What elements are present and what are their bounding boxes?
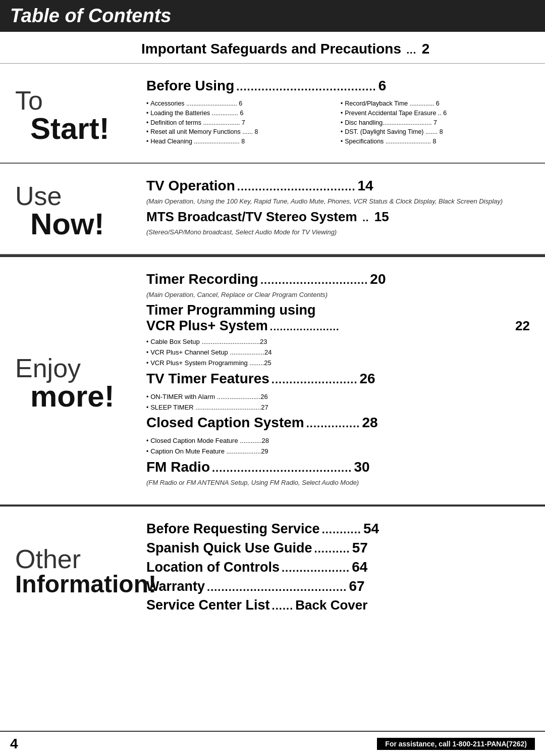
bullet-vcr-programming: VCR Plus+ System Programming ........25 [146, 358, 530, 369]
fm-radio-sub: (FM Radio or FM ANTENNA Setup, Using FM … [146, 478, 530, 487]
use-light-text: Use [15, 183, 62, 209]
bullet-record-playback: Record/Playback Time .............. 6 [341, 99, 530, 109]
bullet-disc-handling: Disc handling...........................… [341, 118, 530, 128]
tv-operation-heading: TV Operation ...........................… [146, 178, 373, 194]
warranty-heading-row: Warranty ...............................… [146, 578, 530, 597]
other-light-text: Other [15, 546, 81, 572]
page-title: Table of Contents [10, 5, 535, 27]
warranty-heading: Warranty ...............................… [146, 578, 365, 594]
location-controls-heading-row: Location of Controls ...................… [146, 559, 530, 578]
mts-sub: (Stereo/SAP/Mono broadcast, Select Audio… [146, 228, 530, 237]
bullet-prevent-erasure: Prevent Accidental Tape Erasure .. 6 [341, 109, 530, 118]
use-side-label: Use Now! [0, 173, 141, 245]
bullet-cable-box: Cable Box Setup ........................… [146, 337, 530, 347]
bullet-reset-memory: Reset all unit Memory Functions ...... 8 [146, 127, 336, 137]
bullet-dst: DST. (Daylight Saving Time) ....... 8 [341, 127, 530, 137]
service-center-heading: Service Center List ...... Back Cover [146, 597, 367, 613]
start-content: Before Using ...........................… [141, 73, 545, 154]
timer-recording-heading: Timer Recording ........................… [146, 271, 386, 287]
tv-timer-heading: TV Timer Features ......................… [146, 371, 375, 387]
bullet-on-timer: ON-TIMER with Alarm ....................… [146, 392, 530, 402]
other-bold-text: Information! [15, 572, 156, 596]
use-section: Use Now! TV Operation ..................… [0, 164, 545, 255]
bullet-accessories: Accessories ............................… [146, 99, 336, 109]
timer-recording-heading-row: Timer Recording ........................… [146, 271, 530, 290]
timer-programming-bullets: Cable Box Setup ........................… [146, 337, 530, 368]
start-bold-text: Start! [30, 114, 110, 144]
start-section: To Start! Before Using .................… [0, 64, 545, 164]
start-side-label: To Start! [0, 73, 141, 154]
closed-caption-heading: Closed Caption System ............... 28 [146, 415, 378, 431]
bullet-vcr-channel: VCR Plus+ Channel Setup ................… [146, 347, 530, 358]
before-using-bullets: Accessories ............................… [146, 99, 530, 146]
enjoy-section: Enjoy more! Timer Recording ............… [0, 257, 545, 505]
bullet-specifications: Specifications .........................… [341, 137, 530, 146]
fm-radio-heading-row: FM Radio ...............................… [146, 459, 530, 478]
bullet-definition: Definition of terms ....................… [146, 118, 336, 128]
important-heading: Important Safeguards and Precautions ...… [141, 41, 429, 57]
bullet-caption-mute: Caption On Mute Feature ................… [146, 446, 530, 457]
other-content: Before Requesting Service ........... 54… [141, 516, 545, 621]
enjoy-content: Timer Recording ........................… [141, 266, 545, 495]
important-heading-row: Important Safeguards and Precautions ...… [141, 41, 530, 60]
timer-recording-sub: (Main Operation, Cancel, Replace or Clea… [146, 290, 530, 299]
bullet-loading-batteries: Loading the Batteries ............... 6 [146, 109, 336, 118]
closed-caption-bullets: Closed Caption Mode Feature ............… [146, 436, 530, 457]
location-controls-heading: Location of Controls ...................… [146, 559, 367, 575]
footer-assistance: For assistance, call 1-800-211-PANA(7262… [377, 738, 535, 750]
main-content: Important Safeguards and Precautions ...… [0, 32, 545, 662]
enjoy-bold-text: more! [30, 381, 115, 412]
other-side-label: Other Information! [0, 516, 141, 621]
fm-radio-heading: FM Radio ...............................… [146, 459, 370, 475]
closed-caption-heading-row: Closed Caption System ............... 28 [146, 415, 530, 434]
footer-page-num: 4 [10, 736, 18, 752]
enjoy-light-text: Enjoy [15, 355, 81, 381]
other-section: Other Information! Before Requesting Ser… [0, 507, 545, 662]
use-bold-text: Now! [30, 209, 104, 239]
bullet-sleep-timer: SLEEP TIMER ............................… [146, 402, 530, 413]
title-bar: Table of Contents [0, 0, 545, 32]
tv-timer-heading-row: TV Timer Features ......................… [146, 371, 530, 390]
before-using-left-col: Accessories ............................… [146, 99, 336, 146]
tv-operation-sub: (Main Operation, Using the 100 Key, Rapi… [146, 197, 530, 206]
important-section: Important Safeguards and Precautions ...… [0, 32, 545, 64]
before-requesting-heading: Before Requesting Service ........... 54 [146, 521, 379, 537]
use-content: TV Operation ...........................… [141, 173, 545, 245]
footer: 4 For assistance, call 1-800-211-PANA(72… [0, 731, 545, 756]
bullet-caption-mode: Closed Caption Mode Feature ............… [146, 436, 530, 446]
service-center-heading-row: Service Center List ...... Back Cover [146, 597, 530, 616]
start-light-text: To [15, 87, 43, 114]
bullet-head-cleaning: Head Cleaning ..........................… [146, 137, 336, 146]
spanish-guide-heading: Spanish Quick Use Guide .......... 57 [146, 540, 368, 556]
tv-operation-heading-row: TV Operation ...........................… [146, 178, 530, 197]
enjoy-side-label: Enjoy more! [0, 266, 141, 495]
mts-heading-row: MTS Broadcast/TV Stereo System .. 15 [146, 209, 530, 228]
before-using-heading: Before Using ...........................… [146, 78, 386, 94]
before-requesting-heading-row: Before Requesting Service ........... 54 [146, 521, 530, 540]
timer-programming-heading: Timer Programming using VCR Plus+ System… [146, 303, 530, 334]
tv-timer-bullets: ON-TIMER with Alarm ....................… [146, 392, 530, 413]
mts-heading: MTS Broadcast/TV Stereo System .. 15 [146, 209, 389, 225]
before-using-right-col: Record/Playback Time .............. 6 Pr… [341, 99, 530, 146]
before-using-heading-row: Before Using ...........................… [146, 78, 530, 97]
timer-programming-heading-block: Timer Programming using VCR Plus+ System… [146, 303, 530, 334]
spanish-guide-heading-row: Spanish Quick Use Guide .......... 57 [146, 540, 530, 559]
